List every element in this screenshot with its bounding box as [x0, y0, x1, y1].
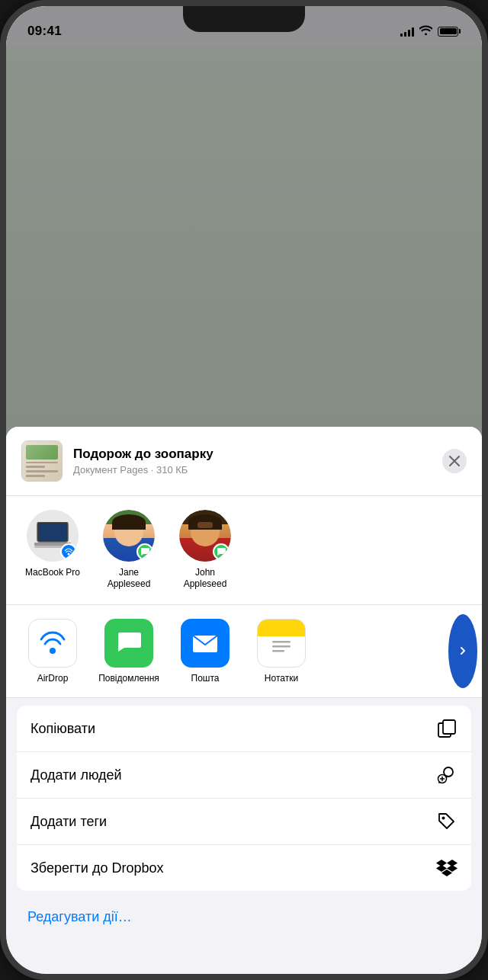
phone-frame: 09:41: [0, 0, 488, 980]
messages-label: Повідомлення: [98, 673, 159, 684]
action-add-tags[interactable]: Додати теги: [17, 799, 471, 845]
screen: 09:41: [6, 6, 482, 974]
share-sheet: Подорож до зоопарку Документ Pages · 310…: [6, 427, 482, 974]
action-copy-label: Копіювати: [30, 721, 95, 737]
message-badge-john: [213, 543, 230, 560]
notes-label: Нотатки: [265, 673, 298, 684]
tag-icon: [436, 811, 458, 832]
mail-app-icon: [181, 619, 230, 668]
message-badge-jane: [136, 543, 153, 560]
airdrop-badge: [60, 543, 77, 560]
copy-icon: [436, 718, 458, 739]
action-copy[interactable]: Копіювати: [17, 706, 471, 752]
action-list: Копіювати Додати людей: [17, 706, 471, 891]
app-messages[interactable]: Повідомлення: [95, 619, 163, 684]
svg-point-17: [442, 817, 445, 820]
add-people-icon: [436, 764, 458, 786]
action-add-tags-label: Додати теги: [30, 814, 107, 830]
messages-app-icon: [104, 619, 153, 668]
contact-avatar-jane: [103, 510, 155, 562]
svg-rect-9: [272, 650, 284, 652]
contact-name-john: JohnAppleseed: [184, 567, 227, 591]
app-mail[interactable]: Пошта: [171, 619, 239, 684]
action-save-dropbox-label: Зберегти до Dropbox: [30, 860, 163, 876]
svg-rect-11: [443, 720, 455, 734]
file-meta: Документ Pages · 310 КБ: [73, 464, 432, 476]
file-info: Подорож до зоопарку Документ Pages · 310…: [73, 446, 432, 476]
action-add-people[interactable]: Додати людей: [17, 752, 471, 799]
contact-name-macbook: MacBook Pro: [25, 567, 80, 579]
file-header: Подорож до зоопарку Документ Pages · 310…: [6, 427, 482, 496]
more-apps-arrow[interactable]: [444, 605, 482, 697]
file-thumbnail: [21, 440, 63, 482]
svg-rect-8: [272, 645, 291, 648]
contact-name-jane: JaneAppleseed: [108, 567, 151, 591]
share-sheet-overlay: Подорож до зоопарку Документ Pages · 310…: [6, 6, 482, 974]
notes-app-icon: [257, 619, 306, 668]
contact-macbook[interactable]: MacBook Pro: [18, 510, 87, 591]
svg-point-4: [68, 552, 70, 555]
airdrop-label: AirDrop: [37, 673, 69, 684]
file-title: Подорож до зоопарку: [73, 446, 432, 463]
app-airdrop[interactable]: AirDrop: [18, 619, 87, 684]
contact-avatar-john: [179, 510, 231, 562]
svg-rect-7: [272, 641, 291, 643]
mail-label: Пошта: [191, 673, 220, 684]
contact-avatar-macbook: [27, 510, 79, 562]
edit-actions-link[interactable]: Редагувати дії…: [6, 898, 482, 936]
recent-contacts: MacBook Pro: [6, 496, 482, 605]
close-button[interactable]: [442, 449, 467, 473]
svg-point-5: [50, 648, 56, 654]
contact-jane[interactable]: JaneAppleseed: [95, 510, 163, 591]
app-row: AirDrop Повідомлення: [6, 605, 482, 698]
dropbox-icon: [436, 857, 458, 879]
svg-rect-1: [39, 524, 66, 540]
airdrop-app-icon: [28, 619, 77, 668]
app-notes[interactable]: Нотатки: [247, 619, 316, 684]
action-save-dropbox[interactable]: Зберегти до Dropbox: [17, 845, 471, 891]
contact-john[interactable]: JohnAppleseed: [171, 510, 239, 591]
action-add-people-label: Додати людей: [30, 767, 122, 783]
